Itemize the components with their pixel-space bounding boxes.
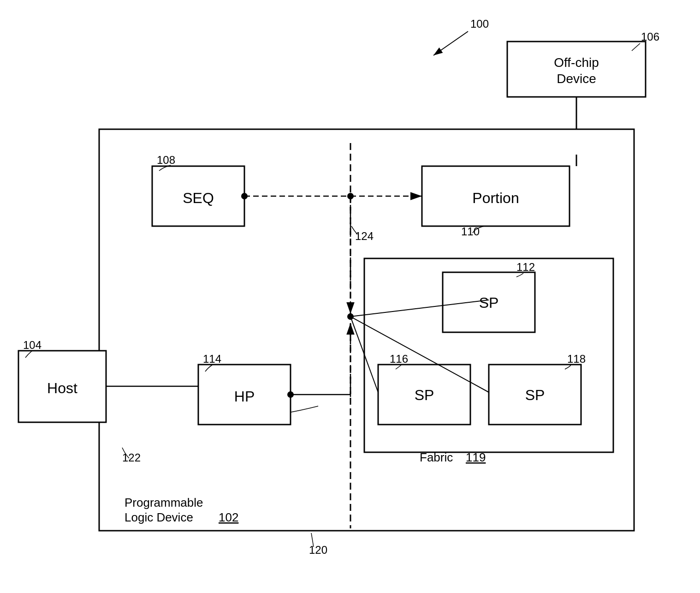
hp-label: HP [234,388,255,405]
fabric-ref-119: 119 [466,450,486,464]
fabric-label: Fabric [420,450,453,464]
pld-label2: Logic Device [125,510,193,524]
ref-104: 104 [23,339,42,351]
ref-110: 110 [461,225,480,238]
off-chip-label2: Device [557,72,596,86]
ref-112: 112 [516,261,535,273]
pld-label1: Programmable [125,496,203,509]
ref-124: 124 [355,230,374,242]
svg-line-3 [433,31,468,55]
ref-114: 114 [203,353,221,365]
ref-120: 120 [309,544,327,556]
portion-label: Portion [472,190,519,206]
diagram-container: 100 Off-chip Device 106 Programmable Log… [0,0,700,593]
ref-108: 108 [157,154,175,166]
seq-label: SEQ [183,190,214,206]
sp1-label: SP [479,294,499,311]
sp2-label: SP [415,387,434,403]
off-chip-label: Off-chip [554,55,599,70]
host-label: Host [47,380,77,396]
ref-106: 106 [641,30,659,43]
sp3-label: SP [525,387,545,403]
pld-ref-102: 102 [219,510,238,524]
ref-116: 116 [390,353,408,365]
ref-100: 100 [470,18,489,30]
ref-118: 118 [567,353,586,365]
